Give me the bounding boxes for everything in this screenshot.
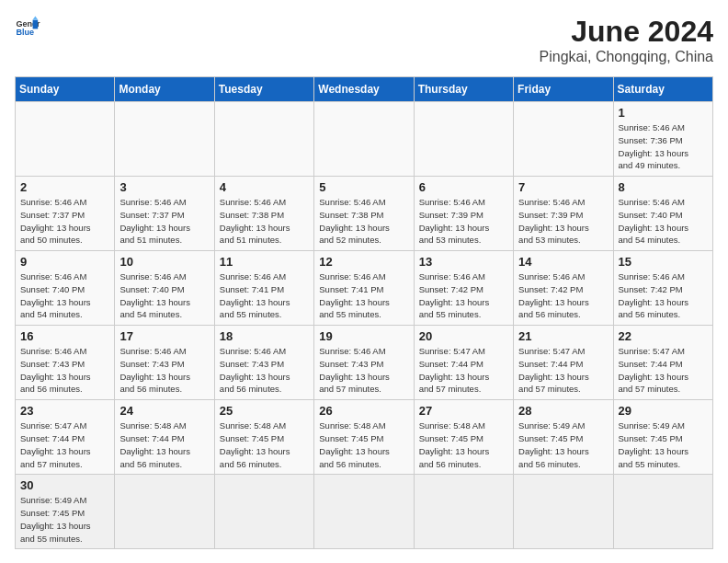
- logo: General Blue: [15, 15, 40, 40]
- table-row: [214, 475, 313, 549]
- table-row: [414, 102, 513, 177]
- day-info: Sunrise: 5:48 AMSunset: 7:45 PMDaylight:…: [220, 419, 309, 470]
- day-number: 30: [20, 478, 109, 492]
- day-info: Sunrise: 5:47 AMSunset: 7:44 PMDaylight:…: [20, 419, 109, 470]
- day-info: Sunrise: 5:46 AMSunset: 7:39 PMDaylight:…: [518, 196, 608, 247]
- table-row: 21 Sunrise: 5:47 AMSunset: 7:44 PMDaylig…: [514, 326, 613, 400]
- day-number: 27: [419, 404, 508, 418]
- calendar-subtitle: Pingkai, Chongqing, China: [540, 49, 713, 65]
- day-info: Sunrise: 5:48 AMSunset: 7:45 PMDaylight:…: [319, 419, 408, 470]
- header-thursday: Thursday: [414, 77, 513, 102]
- day-info: Sunrise: 5:46 AMSunset: 7:43 PMDaylight:…: [220, 345, 309, 396]
- day-info: Sunrise: 5:46 AMSunset: 7:41 PMDaylight:…: [220, 270, 309, 321]
- day-number: 7: [518, 180, 608, 194]
- day-info: Sunrise: 5:46 AMSunset: 7:38 PMDaylight:…: [220, 196, 309, 247]
- day-info: Sunrise: 5:47 AMSunset: 7:44 PMDaylight:…: [619, 345, 708, 396]
- day-info: Sunrise: 5:46 AMSunset: 7:37 PMDaylight:…: [20, 196, 109, 247]
- day-info: Sunrise: 5:46 AMSunset: 7:42 PMDaylight:…: [518, 270, 608, 321]
- day-number: 12: [319, 255, 408, 269]
- day-info: Sunrise: 5:47 AMSunset: 7:44 PMDaylight:…: [419, 345, 508, 396]
- day-number: 3: [119, 180, 209, 194]
- day-info: Sunrise: 5:46 AMSunset: 7:40 PMDaylight:…: [619, 196, 708, 247]
- day-number: 14: [518, 255, 608, 269]
- svg-marker-2: [33, 20, 39, 29]
- table-row: 27 Sunrise: 5:48 AMSunset: 7:45 PMDaylig…: [414, 400, 513, 475]
- day-info: Sunrise: 5:48 AMSunset: 7:45 PMDaylight:…: [419, 419, 508, 470]
- table-row: [115, 102, 214, 177]
- day-number: 25: [220, 404, 309, 418]
- day-info: Sunrise: 5:47 AMSunset: 7:44 PMDaylight:…: [518, 345, 608, 396]
- day-info: Sunrise: 5:46 AMSunset: 7:40 PMDaylight:…: [20, 270, 109, 321]
- table-row: 12 Sunrise: 5:46 AMSunset: 7:41 PMDaylig…: [314, 251, 414, 326]
- day-info: Sunrise: 5:46 AMSunset: 7:41 PMDaylight:…: [319, 270, 408, 321]
- day-number: 24: [119, 404, 209, 418]
- table-row: 6 Sunrise: 5:46 AMSunset: 7:39 PMDayligh…: [414, 177, 513, 251]
- day-info: Sunrise: 5:49 AMSunset: 7:45 PMDaylight:…: [619, 419, 708, 470]
- day-number: 26: [319, 404, 408, 418]
- header-tuesday: Tuesday: [214, 77, 313, 102]
- day-number: 8: [619, 180, 708, 194]
- day-number: 5: [319, 180, 408, 194]
- table-row: 30 Sunrise: 5:49 AMSunset: 7:45 PMDaylig…: [16, 475, 115, 549]
- title-section: June 2024 Pingkai, Chongqing, China: [540, 15, 713, 65]
- table-row: 28 Sunrise: 5:49 AMSunset: 7:45 PMDaylig…: [514, 400, 613, 475]
- day-number: 19: [319, 329, 408, 343]
- header-friday: Friday: [514, 77, 613, 102]
- table-row: 7 Sunrise: 5:46 AMSunset: 7:39 PMDayligh…: [514, 177, 613, 251]
- table-row: 4 Sunrise: 5:46 AMSunset: 7:38 PMDayligh…: [214, 177, 313, 251]
- table-row: 29 Sunrise: 5:49 AMSunset: 7:45 PMDaylig…: [613, 400, 712, 475]
- table-row: 3 Sunrise: 5:46 AMSunset: 7:37 PMDayligh…: [115, 177, 214, 251]
- table-row: 22 Sunrise: 5:47 AMSunset: 7:44 PMDaylig…: [613, 326, 712, 400]
- day-number: 10: [119, 255, 209, 269]
- day-info: Sunrise: 5:46 AMSunset: 7:39 PMDaylight:…: [419, 196, 508, 247]
- day-info: Sunrise: 5:46 AMSunset: 7:38 PMDaylight:…: [319, 196, 408, 247]
- table-row: [414, 475, 513, 549]
- day-info: Sunrise: 5:46 AMSunset: 7:42 PMDaylight:…: [619, 270, 708, 321]
- day-info: Sunrise: 5:46 AMSunset: 7:43 PMDaylight:…: [319, 345, 408, 396]
- table-row: 26 Sunrise: 5:48 AMSunset: 7:45 PMDaylig…: [314, 400, 414, 475]
- table-row: 16 Sunrise: 5:46 AMSunset: 7:43 PMDaylig…: [16, 326, 115, 400]
- day-number: 1: [619, 106, 708, 120]
- day-number: 18: [220, 329, 309, 343]
- day-number: 13: [419, 255, 508, 269]
- table-row: [214, 102, 313, 177]
- table-row: 10 Sunrise: 5:46 AMSunset: 7:40 PMDaylig…: [115, 251, 214, 326]
- table-row: 9 Sunrise: 5:46 AMSunset: 7:40 PMDayligh…: [16, 251, 115, 326]
- table-row: 8 Sunrise: 5:46 AMSunset: 7:40 PMDayligh…: [613, 177, 712, 251]
- table-row: 17 Sunrise: 5:46 AMSunset: 7:43 PMDaylig…: [115, 326, 214, 400]
- day-info: Sunrise: 5:46 AMSunset: 7:43 PMDaylight:…: [119, 345, 209, 396]
- logo-icon: General Blue: [15, 15, 40, 40]
- svg-marker-3: [33, 16, 39, 19]
- table-row: [514, 102, 613, 177]
- day-number: 20: [419, 329, 508, 343]
- day-number: 4: [220, 180, 309, 194]
- day-info: Sunrise: 5:49 AMSunset: 7:45 PMDaylight:…: [518, 419, 608, 470]
- table-row: [613, 475, 712, 549]
- table-row: 5 Sunrise: 5:46 AMSunset: 7:38 PMDayligh…: [314, 177, 414, 251]
- table-row: 18 Sunrise: 5:46 AMSunset: 7:43 PMDaylig…: [214, 326, 313, 400]
- day-number: 2: [20, 180, 109, 194]
- table-row: [16, 102, 115, 177]
- calendar-header: Sunday Monday Tuesday Wednesday Thursday…: [16, 77, 713, 102]
- table-row: 14 Sunrise: 5:46 AMSunset: 7:42 PMDaylig…: [514, 251, 613, 326]
- day-number: 17: [119, 329, 209, 343]
- day-info: Sunrise: 5:46 AMSunset: 7:36 PMDaylight:…: [619, 121, 708, 172]
- header-wednesday: Wednesday: [314, 77, 414, 102]
- day-number: 15: [619, 255, 708, 269]
- table-row: [314, 102, 414, 177]
- table-row: 15 Sunrise: 5:46 AMSunset: 7:42 PMDaylig…: [613, 251, 712, 326]
- table-row: 24 Sunrise: 5:48 AMSunset: 7:44 PMDaylig…: [115, 400, 214, 475]
- table-row: 1 Sunrise: 5:46 AMSunset: 7:36 PMDayligh…: [613, 102, 712, 177]
- calendar-table: Sunday Monday Tuesday Wednesday Thursday…: [15, 76, 713, 549]
- table-row: 11 Sunrise: 5:46 AMSunset: 7:41 PMDaylig…: [214, 251, 313, 326]
- day-number: 11: [220, 255, 309, 269]
- table-row: 19 Sunrise: 5:46 AMSunset: 7:43 PMDaylig…: [314, 326, 414, 400]
- svg-text:Blue: Blue: [16, 28, 34, 37]
- day-number: 28: [518, 404, 608, 418]
- day-number: 23: [20, 404, 109, 418]
- day-info: Sunrise: 5:46 AMSunset: 7:42 PMDaylight:…: [419, 270, 508, 321]
- day-number: 21: [518, 329, 608, 343]
- day-info: Sunrise: 5:49 AMSunset: 7:45 PMDaylight:…: [20, 494, 109, 545]
- day-number: 9: [20, 255, 109, 269]
- table-row: [314, 475, 414, 549]
